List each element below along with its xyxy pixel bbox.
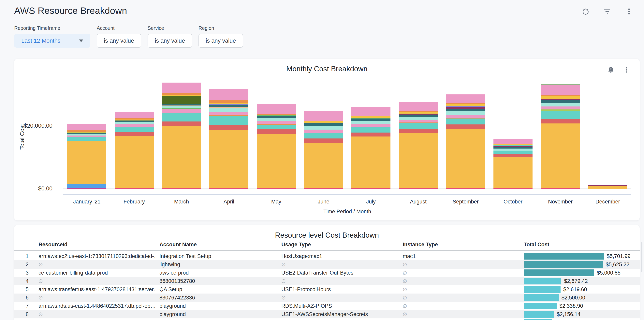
bar-segment-magenta[interactable] [304, 188, 343, 189]
column-header-resource-id[interactable]: ResourceId [34, 240, 155, 250]
stacked-bar-september[interactable] [446, 94, 485, 189]
bar-segment-pink[interactable] [399, 120, 438, 122]
bar-segment-lightcyan[interactable] [541, 103, 580, 107]
bar-segment-amber[interactable] [352, 137, 390, 188]
bar-segment-yellow[interactable] [541, 96, 580, 99]
bar-segment-pink[interactable] [115, 112, 154, 118]
bar-segment-pink[interactable] [257, 104, 296, 114]
bar-segment-red[interactable] [304, 138, 343, 143]
bar-segment-lightcyan[interactable] [352, 121, 390, 124]
bar-segment-lightcyan[interactable] [494, 149, 532, 151]
bar-segment-pink[interactable] [67, 124, 106, 130]
bar-segment-yellow[interactable] [446, 104, 485, 106]
bar-segment-lightcyan[interactable] [257, 118, 296, 121]
bar-segment-teal[interactable] [209, 116, 248, 125]
stacked-bar-may[interactable] [257, 104, 296, 189]
bar-segment-pink[interactable] [446, 94, 485, 103]
column-header-usage-type[interactable]: Usage Type [276, 240, 398, 250]
bar-segment-pink[interactable] [209, 89, 248, 100]
stacked-bar-july[interactable] [352, 107, 390, 189]
bar-segment-lightcyan[interactable] [115, 122, 154, 124]
table-row[interactable]: 7arn:aws:rds:us-east-1:448640225317:db:p… [14, 302, 640, 310]
bar-segment-pink[interactable] [541, 107, 580, 109]
service-filter-button[interactable]: is any value [148, 34, 192, 48]
bar-segment-magenta[interactable] [494, 188, 532, 189]
bar-segment-red[interactable] [115, 132, 154, 136]
table-row[interactable]: 2∅lightwing∅∅$5,625.22 [14, 260, 640, 269]
bar-segment-teal[interactable] [494, 151, 532, 154]
bar-segment-darkteal[interactable] [162, 104, 201, 106]
kebab-menu-icon[interactable] [622, 66, 630, 74]
reporting-timeframe-dropdown[interactable]: Last 12 Months [14, 34, 90, 48]
bar-segment-darkteal[interactable] [446, 109, 485, 111]
bar-segment-orange[interactable] [67, 130, 106, 132]
bar-segment-pink[interactable] [304, 130, 343, 133]
bar-segment-darkteal[interactable] [352, 119, 390, 121]
bar-segment-orange[interactable] [209, 100, 248, 103]
stacked-bar-august[interactable] [399, 102, 438, 189]
bar-segment-pink[interactable] [162, 109, 201, 113]
kebab-menu-icon[interactable] [625, 7, 633, 16]
bar-segment-lightcyan[interactable] [446, 111, 485, 115]
bar-segment-pink[interactable] [115, 124, 154, 128]
table-row[interactable]: 5arn:aws:transfer:us-east-1:479370281431… [14, 285, 640, 293]
bar-segment-darkteal[interactable] [399, 115, 438, 117]
bar-segment-amber[interactable] [257, 134, 296, 188]
filter-icon[interactable] [603, 7, 612, 16]
bar-segment-magenta[interactable] [541, 188, 580, 189]
bar-segment-teal[interactable] [162, 113, 201, 122]
stacked-bar-february[interactable] [115, 112, 154, 189]
bar-segment-pink[interactable] [541, 85, 580, 95]
bar-segment-pink[interactable] [494, 139, 532, 144]
bar-segment-yellow[interactable] [304, 121, 343, 123]
bar-segment-darkteal[interactable] [494, 147, 532, 149]
bar-segment-orange[interactable] [115, 118, 154, 120]
account-filter-button[interactable]: is any value [97, 34, 141, 48]
bar-segment-amber[interactable] [588, 186, 627, 189]
stacked-bar-december[interactable] [588, 185, 627, 189]
bar-segment-red[interactable] [209, 125, 248, 130]
table-row[interactable]: 8∅playgroundUSE1-AWSSecretsManager-Secre… [14, 310, 640, 318]
alert-bell-plus-icon[interactable] [606, 66, 615, 74]
bar-segment-red[interactable] [494, 154, 532, 157]
bar-segment-amber[interactable] [399, 133, 438, 188]
bar-segment-pink[interactable] [67, 136, 106, 137]
column-header-account-name[interactable]: Account Name [155, 240, 276, 250]
bar-segment-red[interactable] [352, 133, 390, 137]
bar-segment-maroon[interactable] [446, 107, 485, 109]
bar-segment-amber[interactable] [304, 143, 343, 188]
stacked-bar-november[interactable] [541, 84, 580, 189]
bar-segment-pink[interactable] [352, 107, 390, 116]
bar-segment-teal[interactable] [399, 123, 438, 129]
bar-segment-pink[interactable] [257, 121, 296, 124]
bar-segment-pink[interactable] [162, 83, 201, 93]
bar-segment-yellow[interactable] [352, 116, 390, 118]
bar-segment-red[interactable] [399, 129, 438, 133]
bar-segment-magenta[interactable] [115, 188, 154, 189]
bar-segment-amber[interactable] [209, 130, 248, 188]
bar-segment-teal[interactable] [304, 133, 343, 138]
bar-segment-red[interactable] [541, 119, 580, 123]
bar-segment-darkteal[interactable] [115, 121, 154, 122]
table-row[interactable] [14, 318, 640, 320]
bar-segment-teal[interactable] [446, 119, 485, 124]
bar-segment-teal[interactable] [257, 125, 296, 129]
bar-segment-pink[interactable] [399, 102, 438, 111]
bar-segment-orange[interactable] [162, 93, 201, 95]
bar-segment-yellow[interactable] [399, 112, 438, 114]
bar-segment-lime[interactable] [541, 109, 580, 111]
bar-segment-lightcyan[interactable] [399, 117, 438, 120]
bar-segment-amber[interactable] [67, 141, 106, 184]
region-filter-button[interactable]: is any value [198, 34, 243, 48]
bar-segment-magenta[interactable] [162, 188, 201, 189]
bar-segment-lightcyan[interactable] [304, 126, 343, 130]
bar-segment-lightcyan[interactable] [209, 108, 248, 112]
bar-segment-amber[interactable] [446, 129, 485, 188]
stacked-bar-june[interactable] [304, 111, 343, 189]
bar-segment-lightcyan[interactable] [162, 106, 201, 108]
bar-segment-darkteal[interactable] [209, 105, 248, 107]
bar-segment-darkteal[interactable] [257, 116, 296, 118]
table-row[interactable]: 6∅830767422336∅∅$2,500.00 [14, 293, 640, 302]
bar-segment-teal[interactable] [115, 127, 154, 132]
stacked-bar-march[interactable] [162, 83, 201, 189]
